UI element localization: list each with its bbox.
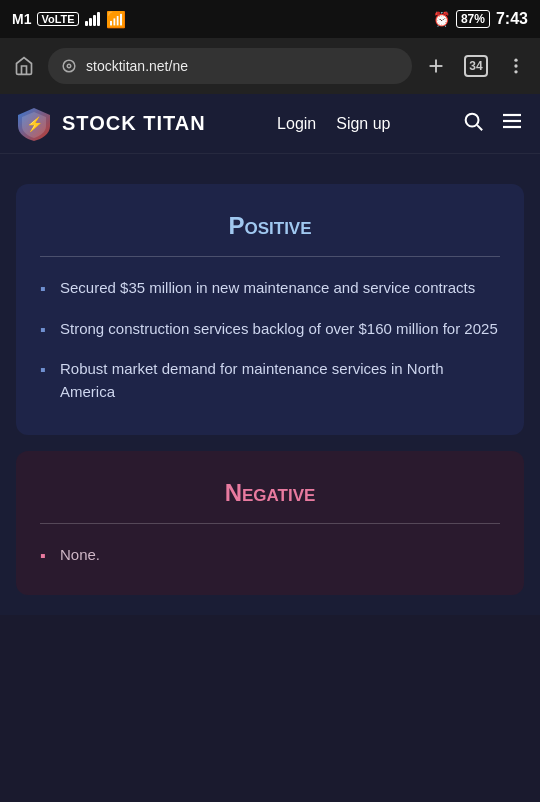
negative-title: Negative bbox=[40, 479, 500, 507]
negative-divider bbox=[40, 523, 500, 524]
signup-link[interactable]: Sign up bbox=[336, 115, 390, 133]
home-button[interactable] bbox=[8, 50, 40, 82]
svg-text:⚡: ⚡ bbox=[26, 116, 44, 133]
positive-title: Positive bbox=[40, 212, 500, 240]
volte-badge: VoLTE bbox=[37, 12, 78, 26]
negative-card: Negative None. bbox=[16, 451, 524, 595]
nav-links: Login Sign up bbox=[277, 115, 390, 133]
browser-bar: stocktitan.net/ne 34 bbox=[0, 38, 540, 94]
login-link[interactable]: Login bbox=[277, 115, 316, 133]
status-bar: M1 VoLTE 📶 ⏰ 87% 7:43 bbox=[0, 0, 540, 38]
main-content: Positive Secured $35 million in new main… bbox=[0, 184, 540, 615]
svg-point-0 bbox=[63, 60, 75, 72]
status-left: M1 VoLTE 📶 bbox=[12, 10, 126, 29]
positive-list: Secured $35 million in new maintenance a… bbox=[40, 277, 500, 403]
logo[interactable]: ⚡ STOCK TITAN bbox=[16, 106, 206, 142]
carrier-label: M1 bbox=[12, 11, 31, 27]
page-top-spacer bbox=[0, 154, 540, 184]
svg-point-8 bbox=[466, 114, 479, 127]
list-item: Robust market demand for maintenance ser… bbox=[40, 358, 500, 403]
search-button[interactable] bbox=[462, 110, 484, 137]
signal-icon bbox=[85, 12, 100, 26]
list-item: Secured $35 million in new maintenance a… bbox=[40, 277, 500, 300]
nav-icons bbox=[462, 109, 524, 138]
security-icon bbox=[60, 57, 78, 75]
negative-list: None. bbox=[40, 544, 500, 567]
battery-level: 87 bbox=[461, 12, 474, 26]
tab-count-badge: 34 bbox=[464, 55, 488, 77]
svg-point-4 bbox=[514, 59, 517, 62]
positive-card: Positive Secured $35 million in new main… bbox=[16, 184, 524, 435]
positive-divider bbox=[40, 256, 500, 257]
list-item: None. bbox=[40, 544, 500, 567]
url-text: stocktitan.net/ne bbox=[86, 58, 188, 74]
time-display: 7:43 bbox=[496, 10, 528, 28]
svg-point-1 bbox=[67, 64, 71, 68]
logo-text: STOCK TITAN bbox=[62, 112, 206, 135]
nav-bar: ⚡ STOCK TITAN Login Sign up bbox=[0, 94, 540, 154]
list-item: Strong construction services backlog of … bbox=[40, 318, 500, 341]
logo-icon: ⚡ bbox=[16, 106, 52, 142]
alarm-icon: ⏰ bbox=[433, 11, 450, 27]
wifi-icon: 📶 bbox=[106, 10, 126, 29]
svg-point-6 bbox=[514, 70, 517, 73]
svg-line-9 bbox=[477, 125, 482, 130]
battery-icon: 87% bbox=[456, 10, 490, 28]
browser-actions: 34 bbox=[420, 50, 532, 82]
tabs-button[interactable]: 34 bbox=[460, 50, 492, 82]
battery-container: 87% bbox=[456, 10, 490, 28]
new-tab-button[interactable] bbox=[420, 50, 452, 82]
hamburger-button[interactable] bbox=[500, 109, 524, 138]
svg-point-5 bbox=[514, 64, 517, 67]
status-right: ⏰ 87% 7:43 bbox=[433, 10, 528, 28]
menu-button[interactable] bbox=[500, 50, 532, 82]
url-bar[interactable]: stocktitan.net/ne bbox=[48, 48, 412, 84]
